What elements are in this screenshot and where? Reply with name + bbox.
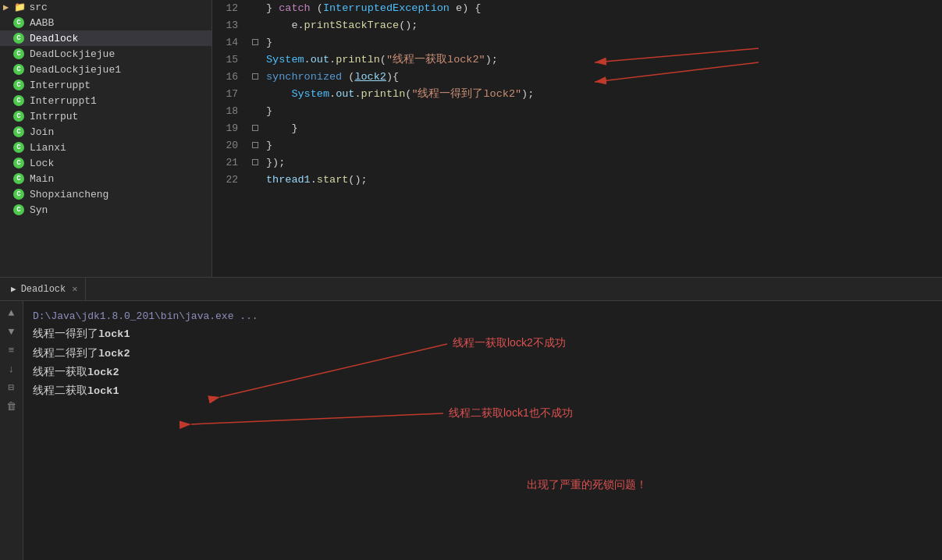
cmd-line: D:\Java\jdk1.8.0_201\bin\java.exe ... <box>33 307 933 325</box>
code-line-17: 17 System.out.println("线程一得到了lock2"); <box>212 86 942 103</box>
run-icon: ▶ <box>11 284 16 294</box>
sidebar-item-intrrput[interactable]: C Intrrput <box>0 108 212 124</box>
output-line-4: 线程二获取lock1 <box>33 382 933 401</box>
sidebar-item-interruppt[interactable]: C Interruppt <box>0 77 212 93</box>
output-line-3: 线程一获取lock2 <box>33 363 933 382</box>
class-icon: C <box>12 94 25 107</box>
output-line-2: 线程二得到了lock2 <box>33 345 933 363</box>
class-icon: C <box>12 32 25 44</box>
svg-line-5 <box>191 413 443 424</box>
code-line-16: 16 synchronized (lock2){ <box>212 69 942 86</box>
class-icon: C <box>12 157 25 169</box>
download-button[interactable]: ↓ <box>3 360 20 377</box>
sidebar-item-deadlockjiejue1[interactable]: C DeadLockjiejue1 <box>0 62 212 77</box>
output-line-1: 线程一得到了lock1 <box>33 325 933 344</box>
code-line-13: 13 e.printStackTrace(); <box>212 17 942 34</box>
delete-button[interactable]: 🗑 <box>3 398 20 415</box>
code-line-22: 22 thread1.start(); <box>212 172 942 189</box>
class-icon: C <box>12 188 25 200</box>
menu-button[interactable]: ≡ <box>3 342 20 359</box>
sidebar-item-aabb[interactable]: C AABB <box>0 15 212 30</box>
run-tab-bar: ▶ Deadlock ✕ <box>0 278 942 301</box>
code-line-15: 15 System.out.println("线程一获取lock2"); <box>212 51 942 69</box>
class-icon: C <box>12 204 25 216</box>
class-icon: C <box>12 16 25 29</box>
class-icon: C <box>12 172 25 185</box>
run-output[interactable]: D:\Java\jdk1.8.0_201\bin\java.exe ... 线程… <box>23 301 942 560</box>
scroll-down-button[interactable]: ▼ <box>3 323 20 340</box>
collapse-button[interactable]: ⊟ <box>3 379 20 396</box>
class-icon: C <box>12 141 25 154</box>
src-label: src <box>29 2 47 13</box>
sidebar-item-join[interactable]: C Join <box>0 124 212 140</box>
sidebar-item-shopxiancheng[interactable]: C Shopxiancheng <box>0 186 212 202</box>
top-area: ▶ 📁 src C AABB C Deadlock C DeadLockjiej… <box>0 0 942 277</box>
code-content[interactable]: 12 } catch (InterruptedException e) { 13… <box>212 0 942 277</box>
sidebar-item-deadlock[interactable]: C Deadlock <box>0 30 212 46</box>
sidebar-item-lianxi[interactable]: C Lianxi <box>0 140 212 155</box>
annotation-text-3: 出现了严重的死锁问题！ <box>527 478 647 491</box>
class-icon: C <box>12 63 25 76</box>
run-panel: ▶ Deadlock ✕ ▲ ▼ ≡ ↓ ⊟ 🗑 D:\Java\jdk1.8.… <box>0 278 942 560</box>
left-panel-buttons: ▲ ▼ ≡ ↓ ⊟ 🗑 <box>0 301 23 560</box>
tab-label: Deadlock <box>21 284 66 295</box>
code-line-14: 14 } <box>212 34 942 51</box>
code-line-12: 12 } catch (InterruptedException e) { <box>212 0 942 17</box>
sidebar-item-src[interactable]: ▶ 📁 src <box>0 0 212 15</box>
scroll-up-button[interactable]: ▲ <box>3 304 20 321</box>
class-icon: C <box>12 126 25 138</box>
sidebar-item-lock[interactable]: C Lock <box>0 155 212 171</box>
annotation-text-2: 线程二获取lock1也不成功 <box>449 406 573 419</box>
sidebar: ▶ 📁 src C AABB C Deadlock C DeadLockjiej… <box>0 0 212 277</box>
run-tab-deadlock[interactable]: ▶ Deadlock ✕ <box>3 278 86 301</box>
run-output-wrapper: ▲ ▼ ≡ ↓ ⊟ 🗑 D:\Java\jdk1.8.0_201\bin\jav… <box>0 301 942 560</box>
code-line-19: 19 } <box>212 120 942 137</box>
sidebar-item-interruppt1[interactable]: C Interruppt1 <box>0 93 212 108</box>
close-tab-button[interactable]: ✕ <box>72 283 77 295</box>
code-line-18: 18 } <box>212 103 942 120</box>
sidebar-item-deadlockjiejue[interactable]: C DeadLockjiejue <box>0 46 212 62</box>
code-line-20: 20 } <box>212 137 942 154</box>
class-icon: C <box>12 79 25 91</box>
editor-area: 12 } catch (InterruptedException e) { 13… <box>212 0 942 277</box>
sidebar-item-syn[interactable]: C Syn <box>0 202 212 218</box>
folder-icon: ▶ 📁 <box>3 2 26 13</box>
code-line-21: 21 }); <box>212 154 942 172</box>
sidebar-item-main[interactable]: C Main <box>0 171 212 186</box>
class-icon: C <box>12 48 25 60</box>
class-icon: C <box>12 110 25 122</box>
